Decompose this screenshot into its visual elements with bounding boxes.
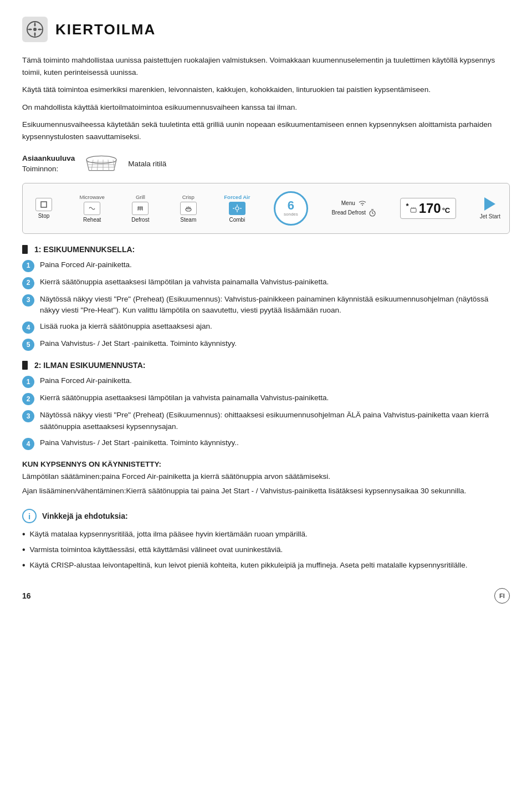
tips-list: Käytä matalaa kypsennysritilää, jotta il… bbox=[22, 529, 510, 571]
paragraph-2: Käytä tätä toimintoa esimerkiksi marenki… bbox=[22, 84, 510, 96]
dial-knob[interactable]: 6 sondes bbox=[274, 191, 308, 226]
dial-number: 6 bbox=[288, 200, 294, 212]
stop-button[interactable]: Stop bbox=[32, 198, 56, 219]
stop-icon bbox=[35, 198, 52, 211]
svg-line-32 bbox=[372, 213, 374, 214]
bread-defrost-label: Bread Defrost bbox=[331, 210, 366, 216]
language-badge: FI bbox=[494, 588, 510, 604]
svg-line-18 bbox=[138, 206, 139, 211]
step-num-3: 3 bbox=[22, 294, 34, 307]
svg-rect-34 bbox=[411, 208, 416, 212]
forced-air-label: Forced Air bbox=[224, 194, 250, 200]
forced-air-combi-button[interactable]: Forced Air Combi bbox=[224, 194, 250, 223]
step2-num-2: 2 bbox=[22, 393, 34, 405]
microwave-label: Microwave bbox=[79, 194, 104, 200]
grill-label: Grill bbox=[136, 194, 145, 200]
section1-bar-icon bbox=[22, 245, 28, 254]
accessory-label-bottom: Toiminnon: bbox=[22, 164, 75, 175]
info-icon: i bbox=[22, 509, 37, 523]
step-2-3: 3 Näytössä näkyy viesti "Pre" (Preheat) … bbox=[22, 410, 510, 433]
jet-start-triangle-icon bbox=[484, 197, 495, 211]
section1-steps: 1 Paina Forced Air-painiketta. 2 Kierrä … bbox=[22, 259, 510, 351]
section2-bar-icon bbox=[22, 361, 28, 370]
process-title: KUN KYPSENNYS ON KÄYNNISTETTY: bbox=[22, 460, 510, 468]
tips-title: Vinkkejä ja ehdotuksia: bbox=[42, 512, 128, 520]
step-1-1: 1 Paina Forced Air-painiketta. bbox=[22, 259, 510, 272]
display-star: * bbox=[406, 202, 409, 210]
svg-rect-15 bbox=[41, 202, 47, 207]
timer-icon bbox=[369, 209, 376, 217]
paragraph-3: On mahdollista käyttää kiertoilmatoimint… bbox=[22, 101, 510, 114]
page-number: 16 bbox=[22, 591, 31, 600]
svg-line-13 bbox=[108, 160, 109, 171]
step-num-2: 2 bbox=[22, 277, 34, 289]
svg-line-11 bbox=[98, 160, 99, 171]
steam-label: Steam bbox=[180, 217, 196, 223]
section2-header: 2: ILMAN ESIKUUMENNUSTA: bbox=[22, 361, 510, 370]
svg-point-2 bbox=[33, 28, 37, 31]
temperature-display: * 170 °C bbox=[400, 198, 457, 219]
step-text-1-2: Kierrä säätönuppia asettaaksesi lämpötil… bbox=[40, 277, 329, 288]
display-temp-number: 170 bbox=[419, 201, 441, 216]
process-line-1: Lämpötilan säätäminen:paina Forced Air-p… bbox=[22, 471, 510, 483]
step-1-3: 3 Näytössä näkyy viesti "Pre" (Preheat) … bbox=[22, 294, 510, 317]
jet-start-label: Jet Start bbox=[480, 213, 500, 219]
tip-text-3: Käytä CRISP-alustaa leivontapeltinä, kun… bbox=[30, 560, 468, 571]
tip-2: Varmista toimintoa käyttäessäsi, että kä… bbox=[22, 544, 510, 556]
menu-label-top: Menu bbox=[341, 200, 355, 206]
step2-num-4: 4 bbox=[22, 438, 34, 450]
tip-text-2: Varmista toimintoa käyttäessäsi, että kä… bbox=[30, 544, 283, 556]
tips-section: i Vinkkejä ja ehdotuksia: Käytä matalaa … bbox=[22, 509, 510, 571]
section2-steps: 1 Paina Forced Air-painiketta. 2 Kierrä … bbox=[22, 375, 510, 450]
stop-label: Stop bbox=[38, 213, 50, 219]
page-footer: 16 FI bbox=[22, 588, 510, 604]
svg-line-10 bbox=[91, 160, 93, 171]
combi-label: Combi bbox=[229, 217, 245, 223]
step-text-2-3: Näytössä näkyy viesti "Pre" (Preheat) (E… bbox=[40, 410, 510, 433]
paragraph-1: Tämä toiminto mahdollistaa uunissa paist… bbox=[22, 54, 510, 78]
grill-icon bbox=[132, 202, 149, 215]
microwave-icon bbox=[84, 202, 100, 215]
step-num-4: 4 bbox=[22, 321, 34, 334]
section2-title: 2: ILMAN ESIKUUMENNUSTA: bbox=[34, 361, 145, 370]
wifi-icon bbox=[358, 200, 367, 207]
step-1-4: 4 Lisää ruoka ja kierrä säätönuppia aset… bbox=[22, 321, 510, 334]
reheat-label: Reheat bbox=[83, 217, 101, 223]
step2-num-1: 1 bbox=[22, 376, 34, 388]
forced-air-icon bbox=[229, 202, 245, 215]
crisp-steam-button[interactable]: Crisp Steam bbox=[176, 194, 201, 223]
step-text-2-4: Paina Vahvistus- / Jet Start -painiketta… bbox=[40, 437, 239, 449]
process-section: KUN KYPSENNYS ON KÄYNNISTETTY: Lämpötila… bbox=[22, 460, 510, 497]
accessory-label: Asiaankuuluva Toiminnon: bbox=[22, 154, 75, 175]
step-2-4: 4 Paina Vahvistus- / Jet Start -painiket… bbox=[22, 437, 510, 450]
page-header: KIERTOILMA bbox=[22, 17, 510, 42]
section1-title: 1: ESIKUUMENNUKSELLA: bbox=[34, 245, 135, 254]
step-text-1-4: Lisää ruoka ja kierrä säätönuppia asetta… bbox=[40, 321, 212, 333]
grill-rack-icon bbox=[85, 153, 118, 175]
process-line-2: Ajan lisääminen/vähentäminen:Kierrä säät… bbox=[22, 485, 510, 497]
fan-icon bbox=[22, 17, 48, 42]
section1-header: 1: ESIKUUMENNUKSELLA: bbox=[22, 245, 510, 254]
tips-header: i Vinkkejä ja ehdotuksia: bbox=[22, 509, 510, 523]
step-num-5: 5 bbox=[22, 339, 34, 351]
tip-text-1: Käytä matalaa kypsennysritilää, jotta il… bbox=[30, 529, 308, 540]
defrost-label: Defrost bbox=[131, 217, 149, 223]
tip-3: Käytä CRISP-alustaa leivontapeltinä, kun… bbox=[22, 560, 510, 571]
memory-icon bbox=[410, 207, 417, 213]
svg-line-22 bbox=[187, 207, 187, 210]
accessory-label-top: Asiaankuuluva bbox=[22, 154, 75, 164]
grill-defrost-button[interactable]: Grill Defrost bbox=[128, 194, 152, 223]
svg-line-24 bbox=[190, 207, 190, 210]
svg-line-20 bbox=[142, 206, 142, 211]
microwave-reheat-button[interactable]: Microwave Reheat bbox=[79, 194, 104, 223]
step-text-1-1: Paina Forced Air-painiketta. bbox=[40, 259, 132, 271]
jet-start-button[interactable]: Jet Start bbox=[480, 197, 500, 219]
tip-1: Käytä matalaa kypsennysritilää, jotta il… bbox=[22, 529, 510, 540]
step2-num-3: 3 bbox=[22, 410, 34, 422]
step-1-2: 2 Kierrä säätönuppia asettaaksesi lämpöt… bbox=[22, 277, 510, 289]
step-text-1-3: Näytössä näkyy viesti "Pre" (Preheat) (E… bbox=[40, 294, 510, 317]
step-num-1: 1 bbox=[22, 260, 34, 272]
display-temp-unit: °C bbox=[442, 206, 451, 214]
crisp-icon bbox=[180, 202, 197, 215]
page-title: KIERTOILMA bbox=[55, 21, 156, 38]
